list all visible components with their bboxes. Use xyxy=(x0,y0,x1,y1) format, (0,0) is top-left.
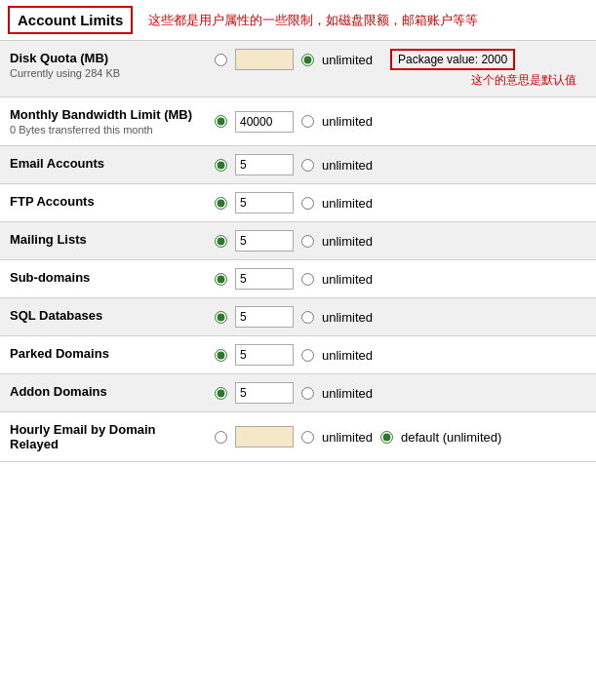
value-input[interactable] xyxy=(235,192,294,214)
row-label: SQL Databases xyxy=(10,308,195,323)
value-radio[interactable] xyxy=(215,235,227,248)
row-label: FTP Accounts xyxy=(10,194,195,209)
label-cell: Email Accounts xyxy=(0,146,205,184)
controls-cell: unlimitedPackage value: 2000这个的意思是默认值 xyxy=(205,41,596,97)
unlimited-radio[interactable] xyxy=(301,311,314,324)
controls-cell: unlimited xyxy=(205,184,596,222)
unlimited-radio[interactable] xyxy=(301,54,314,66)
unlimited-label: unlimited xyxy=(322,234,373,249)
label-cell: Sub-domains xyxy=(0,260,205,298)
controls-cell: unlimited xyxy=(205,298,596,336)
label-cell: Parked Domains xyxy=(0,336,205,374)
row-sublabel: Currently using 284 KB xyxy=(10,67,195,79)
value-radio[interactable] xyxy=(215,349,227,362)
value-input[interactable] xyxy=(235,154,294,175)
label-cell: SQL Databases xyxy=(0,298,205,336)
unlimited-label: unlimited xyxy=(322,114,373,129)
value-radio[interactable] xyxy=(215,273,227,286)
package-value-box: Package value: 2000 xyxy=(390,49,515,70)
value-input[interactable] xyxy=(235,230,294,252)
value-radio[interactable] xyxy=(215,197,227,210)
controls-cell: unlimited xyxy=(205,374,596,412)
default-radio[interactable] xyxy=(380,431,393,444)
value-input[interactable] xyxy=(235,268,294,290)
row-label: Addon Domains xyxy=(10,384,195,399)
value-radio[interactable] xyxy=(215,115,227,128)
default-note: 这个的意思是默认值 xyxy=(471,73,576,87)
value-input[interactable] xyxy=(235,49,294,70)
controls-cell: unlimited xyxy=(205,222,596,260)
controls-cell: unlimiteddefault (unlimited) xyxy=(205,412,596,462)
unlimited-label: unlimited xyxy=(322,310,373,325)
row-label: Email Accounts xyxy=(10,156,195,171)
row-label: Mailing Lists xyxy=(10,232,195,247)
unlimited-radio[interactable] xyxy=(301,349,314,362)
label-cell: FTP Accounts xyxy=(0,184,205,222)
value-input[interactable] xyxy=(235,426,294,447)
value-input[interactable] xyxy=(235,111,294,133)
unlimited-radio[interactable] xyxy=(301,387,314,400)
value-input[interactable] xyxy=(235,344,294,366)
header-description: 这些都是用户属性的一些限制，如磁盘限额，邮箱账户等等 xyxy=(148,12,478,29)
value-radio[interactable] xyxy=(215,159,227,172)
unlimited-radio[interactable] xyxy=(301,431,314,444)
controls-cell: unlimited xyxy=(205,97,596,146)
unlimited-radio[interactable] xyxy=(301,115,314,128)
controls-cell: unlimited xyxy=(205,146,596,184)
value-radio[interactable] xyxy=(215,311,227,324)
limits-table: Disk Quota (MB)Currently using 284 KBunl… xyxy=(0,41,596,462)
unlimited-label: unlimited xyxy=(322,386,373,401)
unlimited-radio[interactable] xyxy=(301,273,314,286)
table-row: Addon Domainsunlimited xyxy=(0,374,596,412)
table-row: Disk Quota (MB)Currently using 284 KBunl… xyxy=(0,41,596,97)
controls-cell: unlimited xyxy=(205,336,596,374)
row-label: Disk Quota (MB) xyxy=(10,51,195,65)
table-row: Monthly Bandwidth Limit (MB)0 Bytes tran… xyxy=(0,97,596,146)
value-radio[interactable] xyxy=(215,387,227,400)
label-cell: Disk Quota (MB)Currently using 284 KB xyxy=(0,41,205,97)
unlimited-label: unlimited xyxy=(322,272,373,287)
row-label: Parked Domains xyxy=(10,346,195,361)
page-title: Account Limits xyxy=(8,6,133,34)
value-radio[interactable] xyxy=(215,54,227,66)
table-row: Mailing Listsunlimited xyxy=(0,222,596,260)
value-radio[interactable] xyxy=(215,431,227,444)
table-row: FTP Accountsunlimited xyxy=(0,184,596,222)
value-input[interactable] xyxy=(235,306,294,328)
unlimited-label: unlimited xyxy=(322,348,373,363)
row-sublabel: 0 Bytes transferred this month xyxy=(10,124,195,136)
page-header: Account Limits 这些都是用户属性的一些限制，如磁盘限额，邮箱账户等… xyxy=(0,0,596,41)
table-row: Parked Domainsunlimited xyxy=(0,336,596,374)
value-input[interactable] xyxy=(235,382,294,404)
table-row: SQL Databasesunlimited xyxy=(0,298,596,336)
row-label: Sub-domains xyxy=(10,270,195,285)
unlimited-radio[interactable] xyxy=(301,235,314,248)
label-cell: Hourly Email by Domain Relayed xyxy=(0,412,205,462)
table-row: Email Accountsunlimited xyxy=(0,146,596,184)
label-cell: Mailing Lists xyxy=(0,222,205,260)
table-row: Sub-domainsunlimited xyxy=(0,260,596,298)
row-label: Hourly Email by Domain Relayed xyxy=(10,422,195,451)
controls-cell: unlimited xyxy=(205,260,596,298)
unlimited-radio[interactable] xyxy=(301,197,314,210)
unlimited-label: unlimited xyxy=(322,196,373,211)
unlimited-label: unlimited xyxy=(322,430,373,445)
table-row: Hourly Email by Domain Relayedunlimitedd… xyxy=(0,412,596,462)
label-cell: Addon Domains xyxy=(0,374,205,412)
label-cell: Monthly Bandwidth Limit (MB)0 Bytes tran… xyxy=(0,97,205,146)
unlimited-label: unlimited xyxy=(322,158,373,173)
unlimited-label: unlimited xyxy=(322,53,373,67)
unlimited-radio[interactable] xyxy=(301,159,314,172)
row-label: Monthly Bandwidth Limit (MB) xyxy=(10,107,195,122)
default-label: default (unlimited) xyxy=(401,430,501,445)
